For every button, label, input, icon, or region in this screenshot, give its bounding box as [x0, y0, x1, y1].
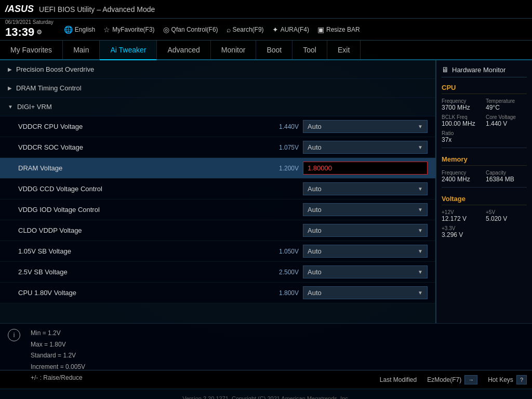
datetime-display: 06/19/2021 Saturday 13:39 ⚙ [5, 19, 54, 39]
dropdown-cldo-vddp[interactable]: Auto ▼ [303, 224, 428, 237]
left-panel: ▶ Precision Boost Overdrive ▶ DRAM Timin… [0, 60, 436, 323]
status-bar: 06/19/2021 Saturday 13:39 ⚙ 🌐 English ☆ … [0, 19, 532, 41]
nav-boot[interactable]: Boot [256, 41, 292, 59]
hot-keys-btn[interactable]: Hot Keys ? [488, 375, 527, 384]
time-display: 13:39 ⚙ [5, 25, 54, 39]
aura-btn[interactable]: ✦ AURA(F4) [272, 25, 309, 34]
hw-mem-freq: Frequency 2400 MHz [442, 170, 483, 183]
dropdown-vddcr-cpu[interactable]: Auto ▼ [303, 120, 428, 133]
last-modified-btn[interactable]: Last Modified [380, 376, 417, 383]
hw-cpu-temp: Temperature 49°C [486, 98, 527, 111]
hw-cpu-freq: Frequency 3700 MHz [442, 98, 483, 111]
my-favorite-btn[interactable]: ☆ MyFavorite(F3) [103, 25, 154, 34]
info-panel: i Min = 1.2V Max = 1.80V Standard = 1.2V… [0, 323, 532, 370]
ez-mode-btn[interactable]: EzMode(F7) → [427, 375, 477, 384]
section-dram-timing[interactable]: ▶ DRAM Timing Control [0, 79, 435, 98]
language-selector[interactable]: 🌐 English [64, 25, 95, 34]
dropdown-cpu-18v[interactable]: Auto ▼ [303, 286, 428, 299]
chevron-down-icon: ▼ [418, 207, 423, 212]
asus-logo: /ASUS [5, 4, 34, 15]
chevron-down-icon: ▼ [418, 228, 423, 233]
search-btn[interactable]: ⌕ Search(F9) [227, 25, 264, 34]
dropdown-vddg-ccd[interactable]: Auto ▼ [303, 182, 428, 195]
collapse-arrow-icon: ▶ [8, 85, 12, 91]
collapse-arrow-icon: ▶ [8, 66, 12, 72]
search-icon: ⌕ [227, 25, 231, 34]
hw-voltage-title: Voltage [442, 195, 527, 205]
hw-ratio: Ratio 37x [442, 130, 527, 143]
hw-12v: +12V 12.172 V [442, 209, 483, 222]
row-cldo-vddp: CLDO VDDP Voltage Auto ▼ [0, 220, 435, 241]
hardware-monitor-panel: 🖥 Hardware Monitor CPU Frequency 3700 MH… [436, 60, 532, 323]
nav-main[interactable]: Main [63, 41, 100, 59]
date-display: 06/19/2021 Saturday [5, 19, 54, 25]
settings-icon[interactable]: ⚙ [36, 29, 42, 36]
dropdown-vddcr-soc[interactable]: Auto ▼ [303, 141, 428, 154]
row-vddg-ccd: VDDG CCD Voltage Control Auto ▼ [0, 179, 435, 200]
chevron-down-icon: ▼ [418, 269, 423, 275]
row-vddcr-soc: VDDCR SOC Voltage 1.075V Auto ▼ [0, 137, 435, 158]
dropdown-vddg-iod[interactable]: Auto ▼ [303, 203, 428, 216]
section-precision-boost[interactable]: ▶ Precision Boost Overdrive [0, 60, 435, 79]
chevron-down-icon: ▼ [418, 290, 423, 296]
arrow-icon: → [464, 375, 477, 384]
hw-cpu-section: CPU Frequency 3700 MHz Temperature 49°C … [442, 84, 527, 148]
qfan-control-btn[interactable]: ◎ Qfan Control(F6) [163, 25, 218, 34]
hw-monitor-title: 🖥 Hardware Monitor [442, 65, 527, 77]
nav-bar: My Favorites Main Ai Tweaker Advanced Mo… [0, 41, 532, 60]
bios-title: UEFI BIOS Utility – Advanced Mode [39, 5, 527, 14]
hw-5v: +5V 5.020 V [486, 209, 527, 222]
hw-bclk-freq: BCLK Freq 100.00 MHz [442, 114, 483, 127]
fan-icon: ◎ [163, 25, 169, 34]
dropdown-sb-25[interactable]: Auto ▼ [303, 265, 428, 278]
hw-voltage-section: Voltage +12V 12.172 V +5V 5.020 V +3.3V … [442, 195, 527, 238]
nav-exit[interactable]: Exit [327, 41, 361, 59]
version-bar: Version 2.20.1271. Copyright (C) 2021 Am… [0, 389, 532, 399]
chevron-down-icon: ▼ [418, 248, 423, 254]
globe-icon: 🌐 [64, 25, 73, 34]
hw-memory-section: Memory Frequency 2400 MHz Capacity 16384… [442, 155, 527, 188]
hw-core-voltage: Core Voltage 1.440 V [486, 114, 527, 127]
input-dram-voltage[interactable]: 1.80000 [303, 162, 428, 175]
nav-my-favorites[interactable]: My Favorites [0, 41, 63, 59]
expand-arrow-icon: ▼ [8, 104, 13, 110]
nav-monitor[interactable]: Monitor [211, 41, 257, 59]
status-items: 🌐 English ☆ MyFavorite(F3) ◎ Qfan Contro… [64, 25, 527, 34]
dropdown-sb-105[interactable]: Auto ▼ [303, 245, 428, 258]
hw-mem-capacity: Capacity 16384 MB [486, 170, 527, 183]
nav-advanced[interactable]: Advanced [157, 41, 210, 59]
resize-icon: ▣ [317, 25, 324, 34]
monitor-icon: 🖥 [442, 65, 449, 74]
hw-memory-title: Memory [442, 155, 527, 166]
nav-tool[interactable]: Tool [292, 41, 327, 59]
info-icon: i [8, 329, 20, 341]
chevron-down-icon: ▼ [418, 186, 423, 192]
hw-33v: +3.3V 3.296 V [442, 225, 483, 238]
row-sb-25: 2.5V SB Voltage 2.500V Auto ▼ [0, 262, 435, 283]
hw-cpu-title: CPU [442, 84, 527, 94]
question-icon: ? [516, 375, 527, 384]
row-cpu-18v: CPU 1.80V Voltage 1.800V Auto ▼ [0, 283, 435, 303]
digi-vrm-content: VDDCR CPU Voltage 1.440V Auto ▼ VDDCR SO… [0, 116, 435, 303]
resize-bar-btn[interactable]: ▣ Resize BAR [317, 25, 360, 34]
chevron-down-icon: ▼ [418, 144, 423, 150]
row-sb-105: 1.05V SB Voltage 1.050V Auto ▼ [0, 241, 435, 262]
section-digi-vrm[interactable]: ▼ DIGI+ VRM [0, 98, 435, 116]
chevron-down-icon: ▼ [418, 124, 423, 129]
nav-ai-tweaker[interactable]: Ai Tweaker [100, 41, 157, 60]
row-dram-voltage: DRAM Voltage 1.200V 1.80000 [0, 158, 435, 179]
row-vddg-iod: VDDG IOD Voltage Control Auto ▼ [0, 200, 435, 220]
header-bar: /ASUS UEFI BIOS Utility – Advanced Mode [0, 0, 532, 19]
row-vddcr-cpu: VDDCR CPU Voltage 1.440V Auto ▼ [0, 116, 435, 137]
star-icon: ☆ [103, 25, 110, 34]
aura-icon: ✦ [272, 25, 278, 34]
info-text: Min = 1.2V Max = 1.80V Standard = 1.2V I… [31, 328, 85, 384]
